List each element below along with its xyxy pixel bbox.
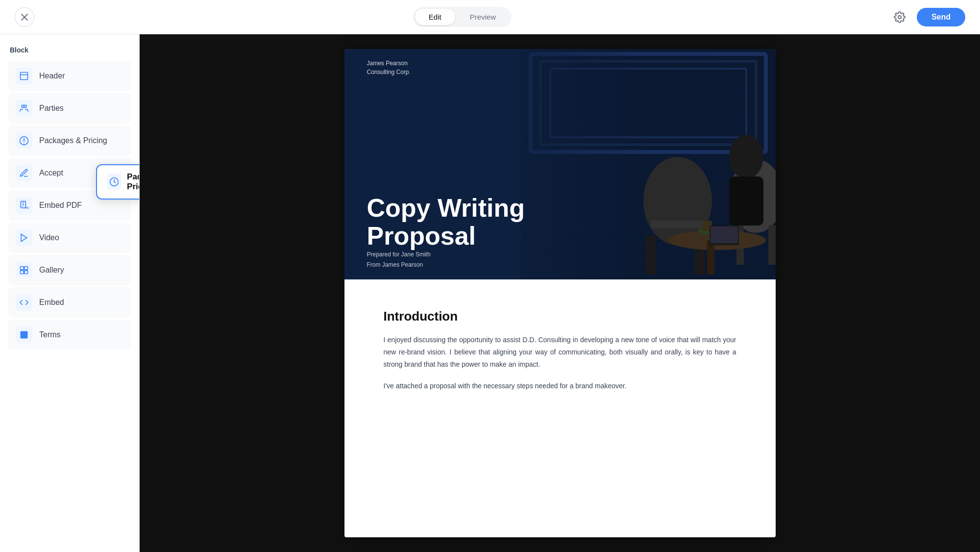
view-toggle: Edit Preview	[413, 7, 512, 27]
sidebar-item-packages-pricing[interactable]: Packages & Pricing	[8, 125, 131, 156]
sidebar-item-video[interactable]: Video	[8, 223, 131, 253]
close-button[interactable]	[15, 7, 34, 27]
svg-rect-14	[21, 271, 24, 274]
sidebar-item-header[interactable]: Header	[8, 61, 131, 91]
svg-rect-38	[710, 226, 738, 243]
svg-marker-11	[21, 234, 27, 242]
sidebar-item-embed[interactable]: Embed	[8, 287, 131, 318]
content-area: James Pearson Consulting Corp. Copy Writ…	[140, 34, 980, 552]
svg-rect-12	[21, 267, 24, 270]
send-button[interactable]: Send	[917, 8, 965, 26]
sidebar-item-gallery[interactable]: Gallery	[8, 255, 131, 285]
sidebar-item-parties[interactable]: Parties	[8, 93, 131, 124]
svg-point-2	[898, 16, 901, 19]
prepared-for: Prepared for Jane Smith	[367, 250, 431, 259]
svg-rect-25	[646, 235, 656, 275]
svg-rect-15	[24, 271, 28, 274]
topbar: Edit Preview Send	[0, 0, 980, 34]
drag-tooltip: Packages & Pricing ✋	[96, 164, 140, 200]
svg-rect-34	[729, 176, 763, 226]
sidebar-item-terms-label: Terms	[39, 330, 61, 339]
sidebar-item-embed-label: Embed	[39, 298, 64, 307]
sidebar-item-header-label: Header	[39, 72, 65, 80]
edit-tab[interactable]: Edit	[415, 9, 455, 25]
embed-icon	[16, 294, 32, 311]
intro-text2: I've attached a proposal with the necess…	[384, 380, 736, 392]
settings-button[interactable]	[890, 8, 909, 26]
hero-meta: Prepared for Jane Smith From James Pears…	[367, 250, 431, 270]
svg-rect-27	[651, 221, 705, 228]
header-icon	[16, 68, 32, 84]
accept-icon	[16, 165, 32, 181]
sidebar-item-terms[interactable]: Terms	[8, 320, 131, 350]
proposal-title: Copy Writing Proposal	[367, 194, 525, 250]
main-area: Block Header Parties	[0, 34, 980, 552]
topbar-right: Send	[890, 8, 965, 26]
sidebar-item-accept-label: Accept	[39, 169, 63, 177]
sidebar-item-packages-label: Packages & Pricing	[39, 136, 107, 145]
sidebar-item-parties-label: Parties	[39, 104, 64, 113]
sidebar: Block Header Parties	[0, 34, 140, 552]
pricing-icon	[16, 132, 32, 149]
drag-tooltip-icon	[107, 174, 121, 190]
parties-icon	[16, 100, 32, 117]
terms-icon	[16, 326, 32, 343]
svg-point-6	[24, 105, 26, 107]
company-name: James Pearson	[367, 59, 411, 68]
proposal-hero: James Pearson Consulting Corp. Copy Writ…	[344, 49, 776, 279]
svg-point-33	[729, 135, 763, 179]
preview-tab[interactable]: Preview	[456, 9, 510, 25]
company-sub: Consulting Corp.	[367, 68, 411, 76]
svg-rect-30	[768, 226, 776, 265]
sidebar-section-title: Block	[8, 46, 131, 54]
gallery-icon	[16, 262, 32, 278]
hero-title-block: Copy Writing Proposal	[367, 194, 525, 250]
svg-rect-13	[24, 267, 28, 270]
intro-text: I enjoyed discussing the opportunity to …	[384, 334, 736, 371]
svg-rect-3	[21, 73, 28, 80]
intro-heading: Introduction	[384, 309, 736, 324]
svg-rect-32	[707, 240, 714, 275]
sidebar-item-gallery-label: Gallery	[39, 266, 64, 275]
sidebar-item-video-label: Video	[39, 233, 59, 242]
drag-tooltip-label: Packages & Pricing	[127, 172, 140, 192]
sidebar-item-embed-pdf-label: Embed PDF	[39, 201, 82, 210]
proposal-body: Introduction I enjoyed discussing the op…	[344, 279, 776, 422]
pdf-icon: PDF	[16, 197, 32, 214]
svg-text:PDF: PDF	[25, 206, 29, 209]
video-icon	[16, 229, 32, 246]
from-label: From James Pearson	[367, 260, 431, 270]
hero-logo: James Pearson Consulting Corp.	[367, 59, 411, 76]
proposal-document: James Pearson Consulting Corp. Copy Writ…	[344, 49, 776, 537]
svg-rect-16	[21, 331, 28, 339]
